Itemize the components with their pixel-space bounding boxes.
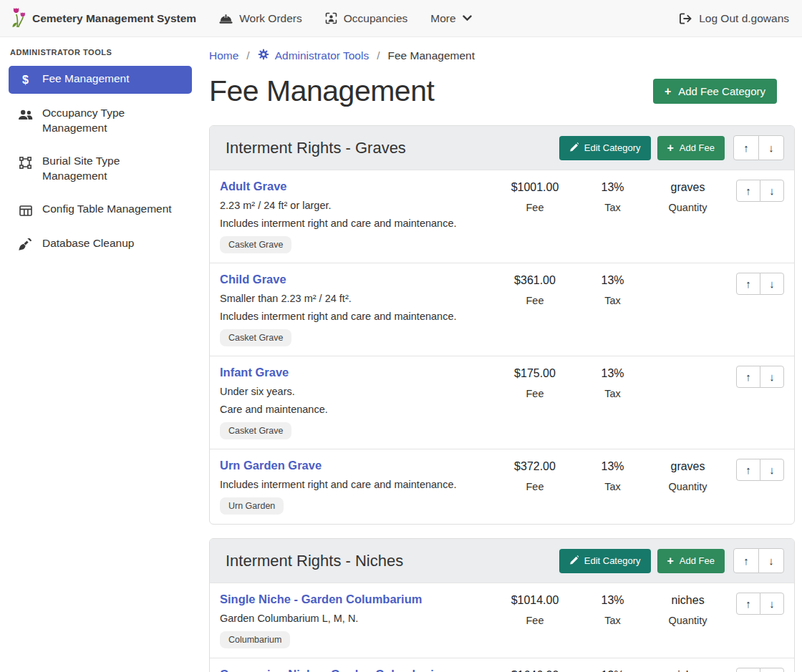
broom-icon <box>18 237 33 251</box>
fee-quantity-col <box>650 366 725 439</box>
fee-amount-label: Fee <box>495 388 575 399</box>
fee-row: Single Niche - Garden Columbarium Garden… <box>210 583 794 658</box>
fee-amount: $361.00 <box>495 274 575 287</box>
move-category-down-button[interactable]: ↓ <box>758 548 784 573</box>
fee-quantity: niches <box>650 594 725 607</box>
sidebar-item-config-table-management[interactable]: Config Table Management <box>9 196 192 223</box>
nav-more-dropdown[interactable]: More <box>430 12 471 25</box>
sidebar-item-burial-site-type-management[interactable]: Burial Site Type Management <box>9 148 192 190</box>
fee-reorder-group: ↑ ↓ <box>725 180 784 253</box>
breadcrumb-home-link[interactable]: Home <box>209 49 238 62</box>
fee-tag-badge: Casket Grave <box>220 422 291 439</box>
fee-tax-col: 13% Tax <box>575 593 650 648</box>
move-fee-up-button[interactable]: ↑ <box>736 459 760 481</box>
sidebar-item-fee-management[interactable]: $ Fee Management <box>9 66 192 94</box>
plus-icon: + <box>667 555 674 567</box>
fee-amount-col: $361.00 Fee <box>495 273 575 346</box>
move-category-up-button[interactable]: ↑ <box>733 135 759 160</box>
arrow-down-icon: ↓ <box>768 142 774 154</box>
nav-work-orders[interactable]: Work Orders <box>219 12 302 25</box>
fee-description: Garden Columbarium L, M, N. <box>220 613 495 624</box>
fee-tax: 13% <box>575 460 650 473</box>
fee-tag-badge: Columbarium <box>220 631 290 648</box>
fee-name-link[interactable]: Urn Garden Grave <box>220 459 322 472</box>
app-brand[interactable]: Cemetery Management System <box>10 6 196 31</box>
move-fee-up-button[interactable]: ↑ <box>736 668 760 672</box>
add-fee-label: Add Fee <box>680 142 715 153</box>
arrow-down-icon: ↓ <box>769 278 775 290</box>
fee-tax: 13% <box>575 594 650 607</box>
main-content: Home / Administrator Tools / Fee Managem… <box>200 37 802 672</box>
logout-label: Log Out d.gowans <box>699 12 789 25</box>
logout-button[interactable]: Log Out d.gowans <box>680 12 789 25</box>
arrow-up-icon: ↑ <box>745 185 751 197</box>
sidebar-heading: ADMINISTRATOR TOOLS <box>10 48 192 57</box>
add-fee-button[interactable]: + Add Fee <box>657 549 725 573</box>
breadcrumb-admin-tools-link[interactable]: Administrator Tools <box>258 49 369 63</box>
fee-name-link[interactable]: Single Niche - Garden Columbarium <box>220 593 422 606</box>
move-fee-down-button[interactable]: ↓ <box>760 593 784 615</box>
top-navbar: Cemetery Management System Work Orders <box>0 0 802 37</box>
fee-tax: 13% <box>575 181 650 194</box>
arrow-up-icon: ↑ <box>745 278 751 290</box>
fee-tag-badge: Casket Grave <box>220 236 291 253</box>
move-fee-up-button[interactable]: ↑ <box>736 180 760 202</box>
fee-amount: $372.00 <box>495 460 575 473</box>
sidebar-item-database-cleanup[interactable]: Database Cleanup <box>9 230 192 258</box>
add-fee-category-label: Add Fee Category <box>678 85 765 97</box>
fee-tax-col: 13% Tax <box>575 459 650 515</box>
move-fee-down-button[interactable]: ↓ <box>760 366 784 388</box>
fee-info: Companion Niche - Garden Columbarium Gar… <box>220 668 495 672</box>
move-fee-up-button[interactable]: ↑ <box>736 593 760 615</box>
move-fee-down-button[interactable]: ↓ <box>760 273 784 295</box>
fee-description: Under six years. <box>220 386 495 397</box>
edit-category-button[interactable]: Edit Category <box>559 136 651 160</box>
move-fee-up-button[interactable]: ↑ <box>736 273 760 295</box>
fee-tax-col: 13% Tax <box>575 180 650 253</box>
fee-quantity-col: graves Quantity <box>650 459 725 515</box>
fee-tax-col: 13% Tax <box>575 273 650 346</box>
move-category-up-button[interactable]: ↑ <box>733 548 759 573</box>
fee-tag-badge: Casket Grave <box>220 329 291 346</box>
fee-quantity-label: Quantity <box>650 615 725 626</box>
fee-category-card-niches: Interment Rights - Niches Edit Category … <box>209 538 795 672</box>
fee-amount-label: Fee <box>495 615 575 626</box>
fee-name-link[interactable]: Adult Grave <box>220 180 287 193</box>
fee-info: Urn Garden Grave Includes interment righ… <box>220 459 495 515</box>
fee-info: Adult Grave 2.23 m² / 24 ft² or larger. … <box>220 180 495 253</box>
move-fee-up-button[interactable]: ↑ <box>736 366 760 388</box>
sidebar-item-label: Burial Site Type Management <box>42 154 185 183</box>
fee-row: Adult Grave 2.23 m² / 24 ft² or larger. … <box>210 170 794 263</box>
add-fee-button[interactable]: + Add Fee <box>657 136 725 160</box>
fee-description: Smaller than 2.23 m² / 24 ft². <box>220 293 495 304</box>
nav-occupancies[interactable]: Occupancies <box>325 12 408 25</box>
fee-description: Includes interment right and care and ma… <box>220 311 495 322</box>
move-fee-down-button[interactable]: ↓ <box>760 459 784 481</box>
edit-category-button[interactable]: Edit Category <box>559 549 651 573</box>
fee-name-link[interactable]: Child Grave <box>220 273 286 286</box>
move-category-down-button[interactable]: ↓ <box>758 135 784 160</box>
fee-amount-label: Fee <box>495 295 575 306</box>
users-icon <box>18 107 33 121</box>
fee-reorder-group: ↑ ↓ <box>725 668 784 672</box>
add-fee-category-button[interactable]: + Add Fee Category <box>653 79 777 104</box>
edit-category-label: Edit Category <box>584 142 641 153</box>
move-fee-down-button[interactable]: ↓ <box>760 180 784 202</box>
sidebar-item-label: Occupancy Type Management <box>42 106 185 135</box>
sidebar-item-occupancy-type-management[interactable]: Occupancy Type Management <box>9 100 192 142</box>
fee-description: Includes interment right and care and ma… <box>220 479 495 490</box>
fee-reorder-group: ↑ ↓ <box>725 273 784 346</box>
fee-amount-label: Fee <box>495 481 575 492</box>
arrow-up-icon: ↑ <box>745 598 751 610</box>
move-fee-down-button[interactable]: ↓ <box>760 668 784 672</box>
fee-name-link[interactable]: Companion Niche - Garden Columbarium <box>220 668 452 672</box>
page-title-row: Fee Management + Add Fee Category <box>209 74 795 108</box>
fee-quantity-label: Quantity <box>650 202 725 213</box>
fee-amount: $1014.00 <box>495 594 575 607</box>
fee-name-link[interactable]: Infant Grave <box>220 366 289 379</box>
nav-occupancies-label: Occupancies <box>344 12 408 25</box>
fee-description: Care and maintenance. <box>220 404 495 415</box>
plus-icon: + <box>667 142 674 154</box>
fee-row: Infant Grave Under six years. Care and m… <box>210 356 794 449</box>
category-reorder-group: ↑ ↓ <box>733 548 784 573</box>
